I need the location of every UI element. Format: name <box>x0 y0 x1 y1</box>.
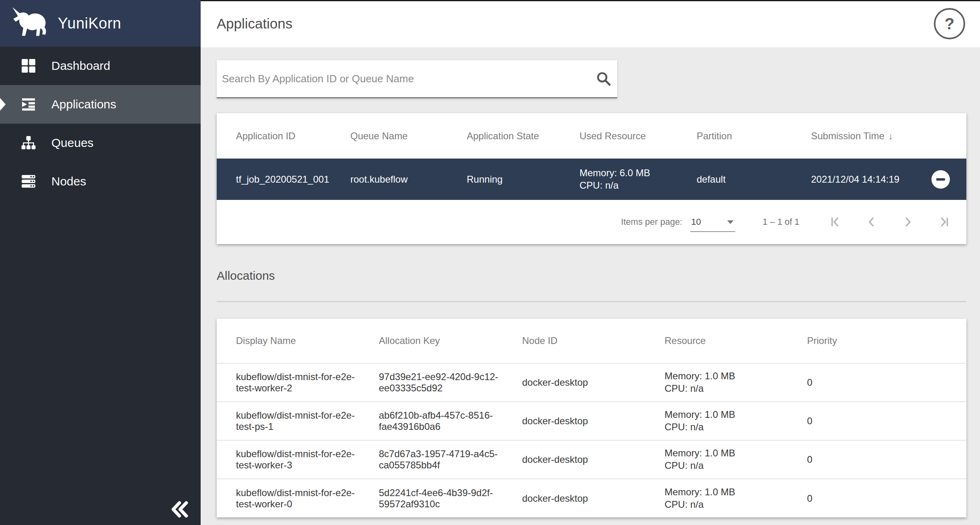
cell-display-name: kubeflow/dist-mnist-for-e2e-test-worker-… <box>217 440 360 479</box>
collapse-double-chevron-icon <box>170 501 189 518</box>
previous-page-button[interactable] <box>860 211 883 233</box>
column-header-display-name: Display Name <box>217 319 360 363</box>
paginator: Items per page: 10 1 – 1 of 1 <box>217 200 966 244</box>
allocation-row: kubeflow/dist-mnist-for-e2e-test-ps-1 ab… <box>217 402 966 440</box>
sidebar: YuniKorn Dashboard Appli <box>0 0 201 525</box>
sidebar-item-label: Applications <box>51 98 116 111</box>
allocations-divider <box>217 301 966 302</box>
search-box <box>217 60 617 98</box>
window-top-edge <box>201 0 980 1</box>
cell-node-id: docker-desktop <box>503 402 645 440</box>
allocations-table: Display Name Allocation Key Node ID Reso… <box>217 319 966 517</box>
minus-icon <box>936 178 945 181</box>
app-logo[interactable]: YuniKorn <box>0 0 201 47</box>
allocations-header-row: Display Name Allocation Key Node ID Reso… <box>217 319 966 363</box>
allocations-heading: Allocations <box>217 269 966 283</box>
column-header-queue-name[interactable]: Queue Name <box>331 113 447 159</box>
sidebar-item-applications[interactable]: Applications <box>0 85 201 124</box>
cell-application-id: tf_job_20200521_001 <box>217 159 331 200</box>
last-page-icon <box>937 215 951 229</box>
cell-submission-time: 2021/12/04 14:14:19 <box>792 159 966 200</box>
applications-icon <box>21 97 36 112</box>
main-area: Applications ? Application ID <box>201 0 980 525</box>
cell-node-id: docker-desktop <box>503 363 645 402</box>
content-area: Application ID Queue Name Application St… <box>201 47 980 517</box>
chevron-right-icon <box>901 215 915 229</box>
column-header-priority: Priority <box>788 319 966 363</box>
allocation-row: kubeflow/dist-mnist-for-e2e-test-worker-… <box>217 479 966 517</box>
cell-node-id: docker-desktop <box>503 440 645 479</box>
dashboard-icon <box>21 58 36 73</box>
sort-desc-arrow-icon: ↓ <box>889 130 893 141</box>
cell-priority: 0 <box>788 402 966 440</box>
queues-icon <box>21 135 36 151</box>
sidebar-item-queues[interactable]: Queues <box>0 124 201 162</box>
sidebar-item-label: Queues <box>51 136 94 150</box>
dropdown-caret-icon <box>727 220 734 224</box>
application-row-selected[interactable]: tf_job_20200521_001 root.kubeflow Runnin… <box>217 159 966 200</box>
cell-priority: 0 <box>788 363 966 402</box>
allocation-row: kubeflow/dist-mnist-for-e2e-test-worker-… <box>217 440 966 479</box>
page-range-label: 1 – 1 of 1 <box>762 217 799 227</box>
first-page-button[interactable] <box>824 211 847 233</box>
last-page-button[interactable] <box>933 211 955 233</box>
unicorn-logo-icon <box>10 7 49 40</box>
applications-table-card: Application ID Queue Name Application St… <box>217 113 966 244</box>
page-header: Applications ? <box>201 0 980 47</box>
cell-resource: Memory: 1.0 MB CPU: n/a <box>645 440 788 479</box>
chevron-left-icon <box>865 215 878 229</box>
allocations-table-card: Display Name Allocation Key Node ID Reso… <box>217 319 966 517</box>
cell-partition: default <box>677 159 792 200</box>
next-page-button[interactable] <box>897 211 919 233</box>
cell-used-resource: Memory: 6.0 MB CPU: n/a <box>560 159 677 200</box>
page-title: Applications <box>217 16 293 32</box>
column-header-used-resource[interactable]: Used Resource <box>560 113 677 159</box>
question-mark-icon: ? <box>945 15 954 33</box>
sidebar-item-dashboard[interactable]: Dashboard <box>0 47 201 85</box>
allocation-row: kubeflow/dist-mnist-for-e2e-test-worker-… <box>217 363 966 402</box>
cell-resource: Memory: 1.0 MB CPU: n/a <box>645 479 788 517</box>
sidebar-item-label: Dashboard <box>51 59 110 73</box>
cell-resource: Memory: 1.0 MB CPU: n/a <box>645 402 788 440</box>
cell-allocation-key: 97d39e21-ee92-420d-9c12-ee03335c5d92 <box>360 363 503 402</box>
sidebar-item-label: Nodes <box>51 175 86 188</box>
first-page-icon <box>829 215 842 229</box>
cell-queue-name: root.kubeflow <box>331 159 447 200</box>
help-button[interactable]: ? <box>934 8 965 39</box>
cell-display-name: kubeflow/dist-mnist-for-e2e-test-worker-… <box>217 363 360 402</box>
cell-priority: 0 <box>788 479 966 517</box>
column-header-allocation-key: Allocation Key <box>360 319 503 363</box>
cell-allocation-key: ab6f210b-afb4-457c-8516-fae43916b0a6 <box>360 402 503 440</box>
sidebar-nav: Dashboard Applications <box>0 47 201 201</box>
cell-priority: 0 <box>788 440 966 479</box>
column-header-resource: Resource <box>645 319 788 363</box>
cell-node-id: docker-desktop <box>503 479 645 517</box>
cell-allocation-key: 8c7d67a3-1957-4719-a4c5-ca055785bb4f <box>360 440 503 479</box>
cell-display-name: kubeflow/dist-mnist-for-e2e-test-ps-1 <box>217 402 360 440</box>
search-input[interactable] <box>217 60 586 97</box>
column-header-node-id: Node ID <box>503 319 645 363</box>
collapse-row-minus-button[interactable] <box>931 170 950 189</box>
applications-header-row: Application ID Queue Name Application St… <box>217 113 966 159</box>
cell-resource: Memory: 1.0 MB CPU: n/a <box>645 363 788 402</box>
column-header-application-state[interactable]: Application State <box>447 113 560 159</box>
app-title: YuniKorn <box>58 15 121 32</box>
sidebar-collapse-button[interactable] <box>169 501 189 519</box>
nodes-icon <box>21 174 36 189</box>
cell-display-name: kubeflow/dist-mnist-for-e2e-test-worker-… <box>217 479 360 517</box>
search-icon <box>596 71 612 87</box>
column-header-submission-time[interactable]: Submission Time↓ <box>792 113 966 159</box>
cell-allocation-key: 5d2241cf-4ee6-4b39-9d2f-59572af9310c <box>360 479 503 517</box>
column-header-partition[interactable]: Partition <box>677 113 792 159</box>
sidebar-item-nodes[interactable]: Nodes <box>0 162 201 201</box>
cell-application-state: Running <box>447 159 560 200</box>
items-per-page-select[interactable]: 10 <box>690 216 735 232</box>
applications-table: Application ID Queue Name Application St… <box>217 113 966 200</box>
column-header-application-id[interactable]: Application ID <box>217 113 331 159</box>
items-per-page-label: Items per page: <box>621 217 682 227</box>
